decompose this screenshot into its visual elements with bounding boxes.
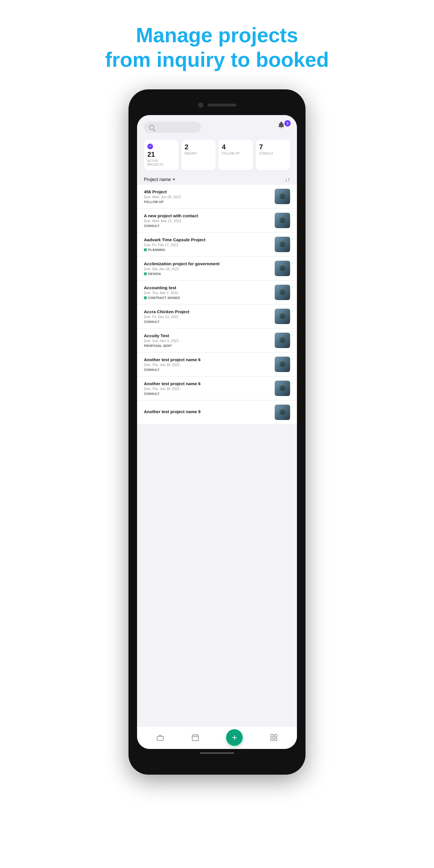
table-row[interactable]: Acclimization project for government Due… <box>137 257 297 280</box>
project-name: Acclimization project for government <box>144 261 271 266</box>
filter-button[interactable]: Project name <box>144 177 175 182</box>
table-row[interactable]: 456 Project Due: Wed, Jun 28, 2023 FOLLO… <box>137 185 297 209</box>
notification-badge: 0 <box>284 120 291 126</box>
nav-briefcase-button[interactable] <box>156 734 164 742</box>
app-header: 0 <box>137 115 297 137</box>
active-label: ACTIVEPROJECTS <box>147 159 175 166</box>
project-thumbnail <box>275 356 290 372</box>
project-name: Accuity Test <box>144 333 271 338</box>
svg-point-0 <box>281 127 282 128</box>
project-name: Another test project name 6 <box>144 381 271 386</box>
project-due: Due: Fri, Dec 23, 2022 <box>144 315 271 319</box>
project-due: Due: Fri, Feb 17, 2023 <box>144 243 271 247</box>
project-info: Another test project name 9 <box>144 409 271 415</box>
project-status: PROPOSAL SENT <box>144 344 271 347</box>
table-row[interactable]: Aadvark Time Capsule Project Due: Fri, F… <box>137 233 297 256</box>
project-thumbnail <box>275 405 290 420</box>
page-header: Manage projects from inquiry to booked <box>105 23 329 72</box>
project-info: Another test project name 6 Due: Thu, Ju… <box>144 381 271 396</box>
project-info: Aadvark Time Capsule Project Due: Fri, F… <box>144 237 271 252</box>
table-row[interactable]: Accuity Test Due: Sun, Nov 5, 2023 PROPO… <box>137 329 297 352</box>
speaker <box>208 104 236 106</box>
project-info: Accra Chicken Project Due: Fri, Dec 23, … <box>144 309 271 323</box>
home-indicator <box>137 749 297 757</box>
projects-list[interactable]: 456 Project Due: Wed, Jun 28, 2023 FOLLO… <box>137 184 297 726</box>
inquiry-label: INQUIRY <box>185 152 212 155</box>
bell-icon <box>277 121 285 129</box>
table-row[interactable]: Accounting test Due: Thu, Mar 2, 2023 CO… <box>137 281 297 304</box>
project-thumbnail <box>275 261 290 276</box>
phone-frame: 0 21 ACTIVEPROJECTS 2 INQUIRY 4 FOLLOW U… <box>128 89 306 775</box>
project-thumbnail <box>275 285 290 300</box>
project-info: A new project with contact Due: Wed, Mar… <box>144 213 271 227</box>
stat-inquiry[interactable]: 2 INQUIRY <box>181 140 216 170</box>
notification-button[interactable]: 0 <box>277 121 290 134</box>
project-name: Accounting test <box>144 285 271 290</box>
project-info: Acclimization project for government Due… <box>144 261 271 276</box>
project-status: CONSULT <box>144 368 271 371</box>
project-thumbnail <box>275 237 290 252</box>
svg-rect-1 <box>157 736 163 740</box>
project-name: A new project with contact <box>144 213 271 218</box>
svg-rect-4 <box>274 734 277 737</box>
project-status: CONSULT <box>144 320 271 323</box>
status-dot-icon <box>144 272 147 275</box>
project-info: 456 Project Due: Wed, Jun 28, 2023 FOLLO… <box>144 189 271 204</box>
project-info: Another test project name 6 Due: Thu, Ju… <box>144 357 271 371</box>
svg-rect-3 <box>271 734 273 737</box>
project-name: Accra Chicken Project <box>144 309 271 314</box>
consult-label: CONSULT <box>259 152 287 155</box>
project-status: DESIGN <box>144 272 271 276</box>
home-bar <box>200 752 234 754</box>
active-count: 21 <box>147 151 175 158</box>
add-button[interactable]: + <box>226 729 243 746</box>
project-due: Due: Sat, Jan 28, 2023 <box>144 267 271 271</box>
nav-calendar-button[interactable] <box>191 734 199 742</box>
main-title: Manage projects from inquiry to booked <box>105 23 329 72</box>
table-row[interactable]: A new project with contact Due: Wed, Mar… <box>137 209 297 232</box>
phone-notch <box>137 98 297 112</box>
followup-label: FOLLOW UP <box>222 152 250 155</box>
project-thumbnail <box>275 381 290 396</box>
project-info: Accuity Test Due: Sun, Nov 5, 2023 PROPO… <box>144 333 271 347</box>
stats-row: 21 ACTIVEPROJECTS 2 INQUIRY 4 FOLLOW UP … <box>137 137 297 174</box>
followup-count: 4 <box>222 144 250 151</box>
table-row[interactable]: Another test project name 9 <box>137 401 297 424</box>
project-name: Another test project name 6 <box>144 357 271 362</box>
project-status: CONSULT <box>144 392 271 396</box>
project-due: Due: Wed, Jun 28, 2023 <box>144 195 271 199</box>
status-dot-icon <box>144 297 147 299</box>
stat-active-projects[interactable]: 21 ACTIVEPROJECTS <box>144 140 179 170</box>
project-name: 456 Project <box>144 189 271 194</box>
svg-rect-6 <box>274 738 277 741</box>
list-header: Project name ↓↑ <box>137 174 297 184</box>
table-row[interactable]: Another test project name 6 Due: Thu, Ju… <box>137 377 297 400</box>
bottom-nav: + <box>137 726 297 749</box>
project-status: PLANNING <box>144 248 271 252</box>
search-bar[interactable] <box>144 122 201 133</box>
table-row[interactable]: Accra Chicken Project Due: Fri, Dec 23, … <box>137 305 297 328</box>
project-thumbnail <box>275 189 290 204</box>
project-status: CONTRACT SIGNED <box>144 296 271 300</box>
table-row[interactable]: Another test project name 6 Due: Thu, Ju… <box>137 352 297 376</box>
status-dot-icon <box>144 248 147 251</box>
nav-grid-button[interactable] <box>270 734 278 742</box>
check-icon <box>147 144 153 149</box>
stat-consult[interactable]: 7 CONSULT <box>256 140 290 170</box>
consult-count: 7 <box>259 144 287 151</box>
project-status: FOLLOW UP <box>144 200 271 204</box>
inquiry-count: 2 <box>185 144 212 151</box>
camera <box>198 102 203 107</box>
project-due: Due: Wed, Mar 15, 2023 <box>144 219 271 223</box>
calendar-icon <box>191 734 199 742</box>
search-icon <box>149 125 154 130</box>
stat-follow-up[interactable]: 4 FOLLOW UP <box>218 140 253 170</box>
project-thumbnail <box>275 333 290 348</box>
sort-button[interactable]: ↓↑ <box>285 177 290 183</box>
project-name: Aadvark Time Capsule Project <box>144 237 271 242</box>
grid-icon <box>270 734 278 742</box>
svg-rect-2 <box>192 735 198 741</box>
svg-rect-5 <box>271 738 273 741</box>
project-name: Another test project name 9 <box>144 409 271 414</box>
phone-screen: 0 21 ACTIVEPROJECTS 2 INQUIRY 4 FOLLOW U… <box>137 115 297 749</box>
